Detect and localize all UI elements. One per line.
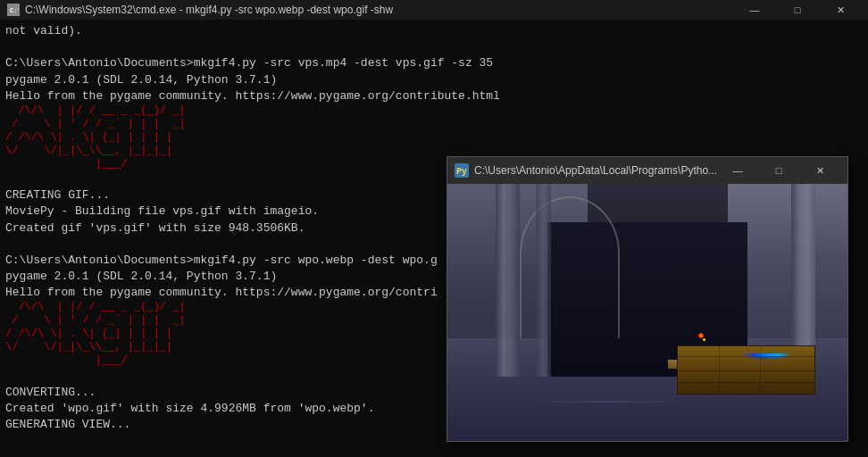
terminal-line <box>5 39 863 55</box>
ascii-line: / /\/\ \| . \| (_| | | | | <box>5 131 863 145</box>
minimize-button[interactable]: — <box>734 0 775 20</box>
py-title: C:\Users\Antonio\AppData\Local\Programs\… <box>474 164 717 177</box>
py-window: Py C:\Users\Antonio\AppData\Local\Progra… <box>447 156 848 442</box>
svg-text:C:\: C:\ <box>10 7 19 14</box>
svg-text:Py: Py <box>456 167 467 177</box>
py-controls: — □ ✕ <box>717 157 840 184</box>
cmd-controls: — □ ✕ <box>734 0 861 20</box>
close-button[interactable]: ✕ <box>820 0 861 20</box>
py-close-button[interactable]: ✕ <box>799 157 840 184</box>
py-titlebar-left: Py C:\Users\Antonio\AppData\Local\Progra… <box>455 163 717 178</box>
python-icon: Py <box>455 163 469 178</box>
cmd-title: C:\Windows\System32\cmd.exe - mkgif4.py … <box>25 4 393 16</box>
terminal-line: C:\Users\Antonio\Documents>mkgif4.py -sr… <box>5 55 863 71</box>
py-maximize-button[interactable]: □ <box>758 157 799 184</box>
cmd-titlebar-left: C:\ C:\Windows\System32\cmd.exe - mkgif4… <box>7 4 393 16</box>
cmd-titlebar: C:\ C:\Windows\System32\cmd.exe - mkgif4… <box>0 0 868 20</box>
ascii-line: /\/\ | |/ / __ _ _(_)/ _| <box>5 104 863 118</box>
ascii-line: / \ | ' / / _` | | | _| <box>5 118 863 131</box>
game-scene <box>447 184 847 441</box>
terminal-line: not valid). <box>5 23 863 39</box>
py-titlebar: Py C:\Users\Antonio\AppData\Local\Progra… <box>447 157 847 184</box>
terminal-line: pygame 2.0.1 (SDL 2.0.14, Python 3.7.1) <box>5 72 863 88</box>
py-minimize-button[interactable]: — <box>717 157 758 184</box>
cmd-icon: C:\ <box>7 4 20 16</box>
terminal-line: Hello from the pygame community. https:/… <box>5 88 863 104</box>
game-viewport <box>447 184 847 441</box>
maximize-button[interactable]: □ <box>777 0 818 20</box>
